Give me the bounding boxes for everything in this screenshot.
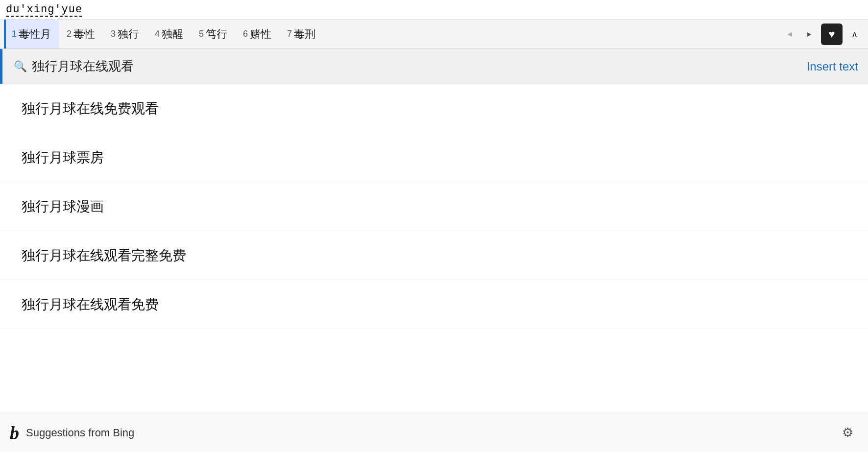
candidate-label: 毒性月 bbox=[19, 27, 51, 42]
ime-input-area: du'xing'yue bbox=[0, 0, 868, 20]
candidate-label: 毒性 bbox=[73, 27, 95, 42]
candidates-bar: 1毒性月2毒性3独行4独醒5笃行6赌性7毒刑 ◄ ► ♥ ∧ bbox=[0, 20, 868, 49]
search-bar: 🔍 独行月球在线观看 Insert text bbox=[0, 49, 868, 84]
candidate-item-7[interactable]: 7毒刑 bbox=[279, 20, 323, 48]
ime-input-text[interactable]: du'xing'yue bbox=[6, 3, 82, 17]
candidate-label: 独行 bbox=[118, 27, 139, 42]
suggestion-item[interactable]: 独行月球在线观看完整免费 bbox=[0, 231, 868, 280]
candidate-item-6[interactable]: 6赌性 bbox=[235, 20, 279, 48]
next-page-button[interactable]: ► bbox=[799, 24, 819, 44]
nav-buttons: ◄ ► ♥ ∧ bbox=[780, 24, 864, 45]
candidate-label: 笃行 bbox=[206, 27, 227, 42]
suggestion-item[interactable]: 独行月球漫画 bbox=[0, 182, 868, 231]
candidate-item-3[interactable]: 3独行 bbox=[103, 20, 147, 48]
candidate-number: 6 bbox=[243, 29, 248, 39]
suggestions-from-bing-label: Suggestions from Bing bbox=[26, 427, 837, 439]
prev-page-button[interactable]: ◄ bbox=[780, 24, 799, 44]
candidate-number: 7 bbox=[287, 29, 292, 39]
candidate-item-1[interactable]: 1毒性月 bbox=[4, 20, 59, 48]
search-query[interactable]: 独行月球在线观看 bbox=[32, 58, 807, 75]
candidate-number: 1 bbox=[12, 29, 17, 39]
candidate-number: 5 bbox=[199, 29, 204, 39]
collapse-button[interactable]: ∧ bbox=[844, 24, 864, 44]
suggestion-item[interactable]: 独行月球在线观看免费 bbox=[0, 280, 868, 329]
candidate-item-4[interactable]: 4独醒 bbox=[147, 20, 191, 48]
favorites-button[interactable]: ♥ bbox=[821, 24, 843, 45]
search-accent bbox=[0, 49, 2, 84]
candidate-label: 毒刑 bbox=[294, 27, 315, 42]
candidate-item-2[interactable]: 2毒性 bbox=[59, 20, 103, 48]
settings-button[interactable]: ⚙ bbox=[837, 422, 858, 444]
suggestion-item[interactable]: 独行月球在线免费观看 bbox=[0, 84, 868, 133]
candidate-number: 3 bbox=[111, 29, 116, 39]
candidate-label: 独醒 bbox=[162, 27, 183, 42]
candidate-number: 4 bbox=[155, 29, 160, 39]
search-icon: 🔍 bbox=[14, 60, 27, 73]
footer-bar: b Suggestions from Bing ⚙ bbox=[0, 413, 868, 452]
heart-icon: ♥ bbox=[828, 28, 835, 41]
candidate-number: 2 bbox=[67, 29, 72, 39]
suggestion-item[interactable]: 独行月球票房 bbox=[0, 133, 868, 182]
suggestions-list: 独行月球在线免费观看独行月球票房独行月球漫画独行月球在线观看完整免费独行月球在线… bbox=[0, 84, 868, 329]
selected-indicator bbox=[4, 20, 6, 48]
candidate-item-5[interactable]: 5笃行 bbox=[191, 20, 235, 48]
insert-text-button[interactable]: Insert text bbox=[807, 60, 858, 73]
candidate-label: 赌性 bbox=[250, 27, 271, 42]
bing-logo-icon: b bbox=[10, 422, 19, 444]
